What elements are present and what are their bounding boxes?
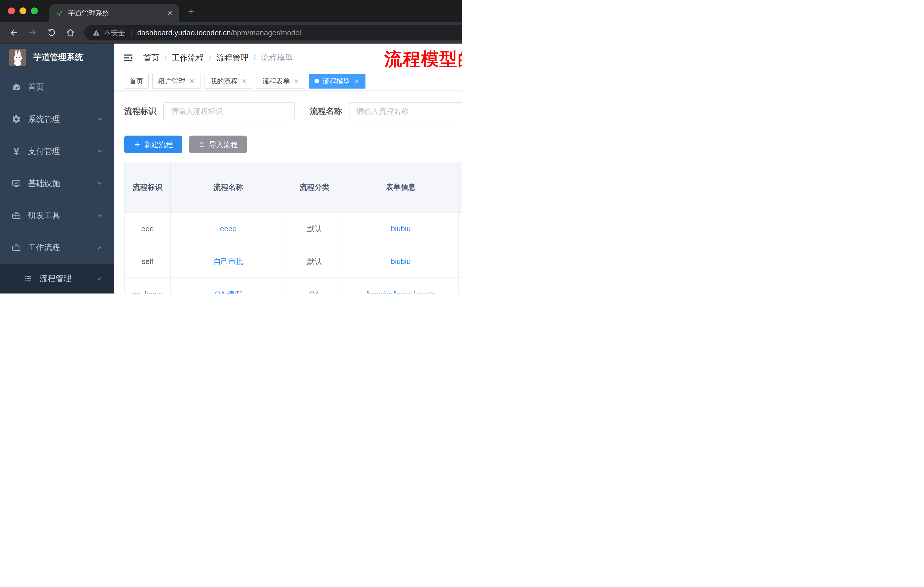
sidebar-item-dev-tools[interactable]: 研发工具	[0, 200, 114, 231]
zoom-window-button[interactable]	[31, 7, 38, 14]
tag-close-icon[interactable]	[353, 78, 360, 84]
view-tag-label: 首页	[129, 76, 143, 86]
not-secure-warning-icon	[92, 29, 100, 37]
cell-created-time: 2022-01-16 01:30:54	[459, 278, 462, 293]
screen: 芋道管理系统 不安全 dashboard.yudao.iocoder.cn/bp…	[0, 0, 462, 293]
main-panel: 首页/工作流程/流程管理/流程模型 流程模型的列表 首页租户管理我的流程流程表单…	[114, 43, 462, 293]
sidebar-item-system[interactable]: 系统管理	[0, 103, 114, 135]
cell-created-time: 2022-01-16 11:54:30	[459, 245, 462, 278]
sidebar-item-process-mgmt[interactable]: 流程管理	[0, 264, 114, 293]
plus-icon	[134, 141, 141, 148]
app-title: 芋道管理系统	[33, 51, 83, 63]
table-row: eeeeeee默认biubiu2022-01-20 13:08:31v17修改流…	[125, 212, 462, 245]
chevron-down-icon	[97, 180, 104, 187]
breadcrumb-separator: /	[209, 53, 211, 63]
form-info-link[interactable]: biubiu	[391, 257, 411, 266]
col-header-category: 流程分类	[286, 162, 343, 212]
browser-tab[interactable]: 芋道管理系统	[49, 4, 179, 22]
breadcrumb: 首页/工作流程/流程管理/流程模型	[143, 43, 293, 72]
cell-process-key: eee	[125, 212, 170, 245]
url-path: /bpm/manager/model	[231, 28, 301, 37]
page-content: 流程标识 流程名称 流程分类 搜索 重置	[114, 91, 462, 293]
table-toolbar: 新建流程 导入流程	[124, 135, 462, 154]
chevron-down-icon	[97, 212, 104, 219]
view-tag-process-form[interactable]: 流程表单	[257, 74, 305, 89]
sidebar-item-workflow[interactable]: 工作流程	[0, 231, 114, 264]
create-button-label: 新建流程	[144, 140, 173, 149]
view-tag-label: 租户管理	[158, 76, 186, 86]
app-window: 芋道管理系统 首页系统管理¥支付管理基础设施研发工具工作流程流程管理流程表单用户…	[0, 43, 462, 293]
breadcrumb-item[interactable]: 流程管理	[216, 53, 249, 63]
view-tags-bar: 首页租户管理我的流程流程表单流程模型	[114, 72, 462, 91]
breadcrumb-separator: /	[254, 53, 256, 63]
sidebar-item-pay[interactable]: ¥支付管理	[0, 135, 114, 167]
minimize-window-button[interactable]	[20, 7, 26, 14]
cell-created-time: 2022-01-20 13:08:31	[459, 212, 462, 245]
process-name-link[interactable]: 自己审批	[213, 257, 243, 266]
tab-title: 芋道管理系统	[68, 8, 167, 18]
process-key-input[interactable]	[163, 102, 295, 121]
process-name-link[interactable]: OA 请假	[214, 290, 242, 294]
chevron-up-icon	[97, 244, 104, 251]
import-button-label: 导入流程	[209, 140, 238, 149]
toolbox-icon	[12, 211, 21, 220]
filter-form: 流程标识 流程名称 流程分类 搜索 重置	[124, 102, 462, 121]
briefcase-icon	[12, 243, 21, 253]
view-tag-home[interactable]: 首页	[124, 74, 149, 89]
home-icon[interactable]	[65, 28, 76, 38]
tag-close-icon[interactable]	[189, 78, 195, 84]
url-divider	[131, 29, 132, 37]
dashboard-icon	[12, 82, 21, 92]
process-name-input[interactable]	[349, 102, 462, 121]
sidebar-item-home[interactable]: 首页	[0, 71, 114, 103]
create-process-button[interactable]: 新建流程	[124, 136, 182, 153]
breadcrumb-item: 流程模型	[261, 53, 293, 63]
form-info-link[interactable]: biubiu	[391, 225, 411, 233]
view-tag-my-process[interactable]: 我的流程	[205, 74, 253, 89]
sidebar-item-label: 研发工具	[28, 210, 97, 221]
tag-close-icon[interactable]	[293, 78, 300, 84]
app-logo: 芋道管理系统	[0, 43, 114, 71]
sidebar-item-label: 首页	[28, 82, 114, 93]
upload-icon	[198, 141, 206, 148]
browser-toolbar: 不安全 dashboard.yudao.iocoder.cn/bpm/manag…	[0, 22, 462, 43]
sidebar-item-label: 系统管理	[28, 114, 97, 125]
process-name-link[interactable]: eeee	[220, 225, 237, 233]
favicon-seedling-icon	[55, 9, 64, 18]
sidebar-item-label: 支付管理	[28, 146, 97, 157]
chevron-down-icon	[97, 116, 104, 123]
address-bar[interactable]: 不安全 dashboard.yudao.iocoder.cn/bpm/manag…	[84, 25, 462, 40]
view-tag-label: 流程模型	[322, 76, 350, 86]
forward-icon[interactable]	[28, 28, 38, 38]
new-tab-button[interactable]	[187, 7, 195, 15]
breadcrumb-item[interactable]: 首页	[143, 53, 159, 63]
process-name-label: 流程名称	[310, 106, 342, 117]
sidebar-item-infra[interactable]: 基础设施	[0, 167, 114, 200]
view-tag-tenant[interactable]: 租户管理	[152, 74, 201, 89]
tab-close-icon[interactable]	[167, 10, 173, 17]
breadcrumb-item[interactable]: 工作流程	[172, 53, 204, 63]
cell-category: OA	[286, 278, 343, 293]
breadcrumb-separator: /	[164, 53, 167, 63]
close-window-button[interactable]	[8, 7, 15, 14]
url-host: dashboard.yudao.iocoder.cn	[137, 28, 231, 37]
form-info-link[interactable]: /bpm/oa/leave/create	[366, 290, 436, 294]
back-icon[interactable]	[8, 28, 19, 38]
col-header-name: 流程名称	[170, 162, 286, 212]
tag-close-icon[interactable]	[241, 78, 248, 84]
cell-category: 默认	[286, 245, 343, 278]
cell-category: 默认	[286, 212, 343, 245]
sidebar-fold-icon[interactable]	[122, 52, 134, 64]
process-model-table: 流程标识 流程名称 流程分类 表单信息 创建时间 最新部署的流程定义 操作	[124, 162, 462, 293]
sidebar-item-label: 流程管理	[40, 273, 97, 284]
view-tag-process-model[interactable]: 流程模型	[309, 74, 365, 89]
cell-process-key: oa_leave	[125, 278, 170, 293]
reload-icon[interactable]	[46, 28, 57, 38]
col-header-key: 流程标识	[125, 162, 170, 212]
active-dot-icon	[315, 79, 319, 83]
sidebar: 芋道管理系统 首页系统管理¥支付管理基础设施研发工具工作流程流程管理流程表单用户…	[0, 43, 114, 293]
monitor-icon	[12, 179, 21, 189]
table-row: oa_leaveOA 请假OA/bpm/oa/leave/create2022-…	[125, 278, 462, 293]
import-process-button[interactable]: 导入流程	[189, 136, 247, 153]
annotation-text: 流程模型的列表	[384, 47, 462, 71]
